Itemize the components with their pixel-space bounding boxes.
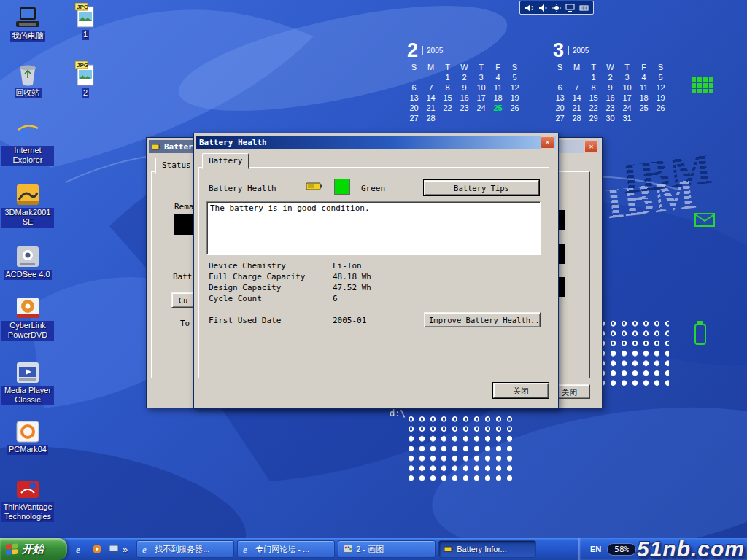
desktop-icon-pcmark04[interactable]: PCMark04 <box>1 418 54 455</box>
battery-tips-button[interactable]: Battery Tips <box>424 180 539 195</box>
calendar-month-number: 2 <box>407 41 418 61</box>
calendar-day: 4 <box>489 73 506 83</box>
calendar-day: 7 <box>422 83 439 93</box>
desktop-icon-recycle-bin[interactable]: 回收站 <box>1 61 54 98</box>
media-player-icon[interactable] <box>90 542 104 556</box>
calendar-day: 17 <box>619 93 635 104</box>
tab-status[interactable]: Status <box>155 158 198 174</box>
calendar-day: 22 <box>585 104 602 114</box>
desktop-icon-label: CyberLink PowerDVD <box>1 321 54 341</box>
calendar-day: 3 <box>473 73 489 83</box>
desktop-icon-label: Media Player Classic <box>1 386 54 405</box>
keyboard-icon[interactable] <box>579 4 589 12</box>
info-label: Design Capacity <box>209 283 333 294</box>
desktop-file[interactable]: JPG2 <box>64 61 107 98</box>
mute-icon[interactable] <box>538 4 548 12</box>
first-used-value: 2005-01 <box>333 316 366 325</box>
info-value: Li-Ion <box>333 261 362 272</box>
mail-icon <box>694 213 715 228</box>
internet-explorer-icon[interactable]: e <box>73 542 88 556</box>
calendar-day <box>406 73 422 83</box>
cu-button[interactable]: Cu <box>171 292 195 308</box>
dialog-close-button[interactable]: 关闭 <box>493 383 549 398</box>
desktop-icon-thinkvantage[interactable]: ThinkVantage Technologies <box>1 475 54 522</box>
display-icon[interactable] <box>565 4 575 12</box>
battery-info-row: Device ChemistryLi-Ion <box>209 261 533 272</box>
taskbar-task-4[interactable]: Battery Infor... <box>438 540 536 558</box>
desktop-icon-label: 3DMark2001 SE <box>1 208 54 228</box>
improve-battery-health-button[interactable]: Improve Battery Health... <box>424 312 541 327</box>
calendar-day: 2 <box>602 73 619 83</box>
desktop-icon-my-computer[interactable]: 我的电脑 <box>1 4 54 42</box>
calendar-day <box>506 114 523 124</box>
battery-indicator[interactable]: 58% <box>607 543 636 556</box>
show-desktop-icon[interactable] <box>107 542 121 556</box>
3dmark2001-icon <box>16 181 39 206</box>
calendar-month-3: 32005SMTWTFS1234567891011121314151617181… <box>551 41 669 124</box>
desktop-icon-3dmark2001[interactable]: 3DMark2001 SE <box>1 181 54 228</box>
calendar-month-2: 22005SMTWTFS1234567891011121314151617181… <box>406 41 523 124</box>
calendar-day: 19 <box>652 93 669 104</box>
taskbar-task-1[interactable]: e找不到服务器... <box>136 540 234 558</box>
calendar-day <box>635 114 652 124</box>
volume-icon[interactable] <box>525 4 534 12</box>
calendar-day: 17 <box>473 93 489 104</box>
calendar-day: 16 <box>602 93 619 104</box>
calendar-day: 28 <box>422 114 439 124</box>
svg-text:JPG: JPG <box>77 4 88 10</box>
desktop-icon-label: PCMark04 <box>7 445 48 455</box>
calendar-day: 5 <box>652 73 669 83</box>
calendar-day-header: F <box>489 63 506 73</box>
tab-battery[interactable]: Battery <box>202 153 249 169</box>
calendar-header: 32005 <box>553 41 669 61</box>
calendar-day: 31 <box>619 114 635 124</box>
desktop-icon-acdsee[interactable]: ACDSee 4.0 <box>1 243 54 280</box>
info-label: Full Charge Capacity <box>209 272 333 283</box>
taskbar: 开始 e » e找不到服务器...e专门网论坛 - ...2 - 画图Batte… <box>0 538 747 560</box>
desktop-icon-powerdvd[interactable]: CyberLink PowerDVD <box>1 294 54 341</box>
dot-pattern <box>406 434 516 483</box>
svg-text:e: e <box>76 544 80 554</box>
ibm-logo: IBM <box>619 145 715 201</box>
close-icon[interactable]: ✕ <box>584 141 598 153</box>
calendar-day: 13 <box>551 93 568 104</box>
taskbar-task-3[interactable]: 2 - 画图 <box>338 540 436 558</box>
desktop-file[interactable]: JPG1 <box>64 3 107 40</box>
calendar-day: 11 <box>489 83 506 93</box>
desktop-icon-internet-explorer[interactable]: eInternet Explorer <box>1 119 54 166</box>
calendar-year: 2005 <box>568 46 589 55</box>
jpg-file-icon: JPG <box>75 61 96 86</box>
calendar-day: 27 <box>406 114 422 124</box>
pcmark04-icon <box>16 418 39 443</box>
desktop-file-label: 2 <box>82 88 89 98</box>
calendar-day: 14 <box>568 93 585 104</box>
calendar-day: 23 <box>456 104 473 114</box>
calendar-day: 11 <box>635 83 652 93</box>
calendar-day: 13 <box>406 93 422 104</box>
brightness-icon[interactable] <box>552 4 561 12</box>
media-player-classic-icon <box>16 359 39 384</box>
task-label: 找不到服务器... <box>155 544 209 555</box>
start-label: 开始 <box>22 542 44 556</box>
calendar-day: 20 <box>551 104 568 114</box>
quick-launch-overflow-chevron[interactable]: » <box>123 544 128 555</box>
calendar-day: 10 <box>619 83 635 93</box>
desktop-icon-media-player-classic[interactable]: Media Player Classic <box>1 359 54 405</box>
internet-explorer-icon: e <box>242 544 252 554</box>
calendar-day: 2 <box>456 73 473 83</box>
health-label: Battery Health <box>209 184 276 193</box>
taskbar-task-2[interactable]: e专门网论坛 - ... <box>237 540 335 558</box>
calendar-day: 1 <box>439 73 456 83</box>
calendar-header: 22005 <box>407 41 523 61</box>
calendar-day-header: F <box>635 63 652 73</box>
close-icon[interactable]: ✕ <box>541 136 554 149</box>
dialog-titlebar[interactable]: Battery Health ✕ <box>196 136 556 149</box>
battery-icon <box>152 143 161 151</box>
health-color-swatch <box>334 179 350 195</box>
start-button[interactable]: 开始 <box>0 538 67 560</box>
calendar-day: 22 <box>439 104 456 114</box>
condition-textbox[interactable]: The battery is in good condition. <box>206 201 541 255</box>
language-indicator[interactable]: EN <box>590 545 601 553</box>
calendar-day-header: T <box>473 63 489 73</box>
calendar-day: 23 <box>602 104 619 114</box>
